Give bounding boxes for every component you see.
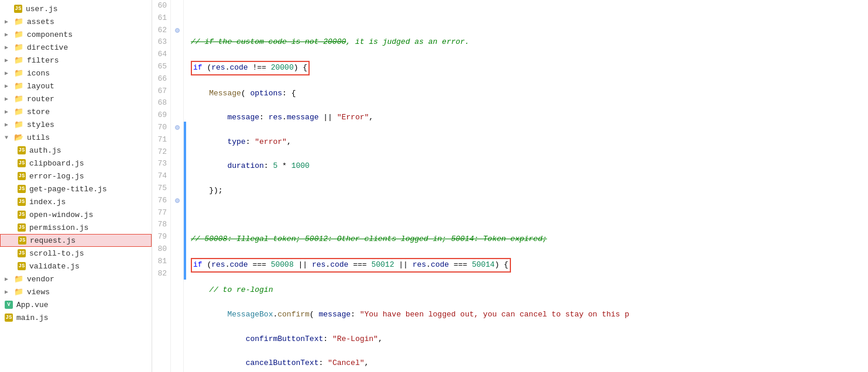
folder-open-icon: 📂	[14, 133, 23, 142]
code-line-63: Message( options: {	[191, 88, 863, 100]
sidebar-item-index-js[interactable]: JS index.js	[0, 195, 152, 208]
js-icon: JS	[18, 236, 26, 244]
code-line-64: message: res.message || "Error",	[191, 112, 863, 124]
sidebar-item-vendor[interactable]: ▶ 📁 vendor	[0, 273, 152, 285]
sidebar-item-label: index.js	[29, 198, 66, 206]
sidebar-item-store[interactable]: ▶ 📁 store	[0, 105, 152, 118]
sidebar-item-label: styles	[27, 120, 54, 129]
vue-icon: V	[5, 301, 13, 309]
js-icon: JS	[18, 223, 26, 232]
sidebar-item-label: router	[27, 95, 54, 104]
sidebar-item-label: open-window.js	[29, 211, 93, 219]
js-icon: JS	[18, 146, 26, 154]
collapse-arrow: ▶	[5, 95, 14, 102]
js-icon: JS	[18, 262, 26, 270]
js-icon: JS	[18, 185, 26, 193]
sidebar-item-scroll-to-js[interactable]: JS scroll-to.js	[0, 247, 152, 260]
code-line-74: cancelButtonText: "Cancel",	[191, 357, 863, 370]
collapse-arrow: ▶	[5, 18, 14, 25]
sidebar-item-user-js[interactable]: JS user.js	[0, 2, 152, 15]
code-line-61: // if the custom code is not 20000, it i…	[191, 36, 863, 49]
code-line-65: type: "error",	[191, 136, 863, 149]
code-content[interactable]: // if the custom code is not 20000, it i…	[186, 0, 868, 372]
sidebar-item-label: icons	[27, 69, 50, 78]
js-icon: JS	[14, 5, 22, 13]
js-icon: JS	[18, 249, 26, 257]
folder-icon: 📁	[14, 81, 23, 91]
gutter	[171, 0, 184, 372]
sidebar-item-label: App.vue	[16, 301, 49, 309]
sidebar-item-label: auth.js	[29, 146, 61, 155]
sidebar-item-utils[interactable]: ▼ 📂 utils	[0, 131, 152, 144]
blue-scroll-bar	[184, 122, 186, 280]
code-area[interactable]: 60 61 62 63 64 65 66 67 68 69 70 71 72 7…	[152, 0, 868, 372]
sidebar-item-label: clipboard.js	[29, 159, 84, 168]
sidebar-item-label: scroll-to.js	[29, 249, 84, 258]
code-line-62: if (res.code !== 20000) {	[191, 61, 863, 75]
sidebar-item-error-log-js[interactable]: JS error-log.js	[0, 170, 152, 182]
sidebar-item-icons[interactable]: ▶ 📁 icons	[0, 67, 152, 80]
code-line-67: });	[191, 185, 863, 197]
code-line-68	[191, 209, 863, 222]
collapse-arrow: ▶	[5, 57, 14, 64]
sidebar-item-router[interactable]: ▶ 📁 router	[0, 92, 152, 105]
sidebar-item-label: request.js	[30, 236, 76, 245]
sidebar-item-label: layout	[27, 82, 54, 91]
collapse-arrow: ▶	[5, 82, 14, 89]
sidebar-item-styles[interactable]: ▶ 📁 styles	[0, 118, 152, 131]
sidebar-item-label: views	[27, 288, 50, 297]
collapse-arrow: ▶	[5, 108, 14, 115]
collapse-arrow: ▶	[5, 31, 14, 38]
sidebar-item-label: permission.js	[29, 223, 88, 232]
folder-icon: 📁	[14, 43, 23, 52]
sidebar-item-filters[interactable]: ▶ 📁 filters	[0, 54, 152, 67]
sidebar-item-label: validate.js	[29, 262, 80, 271]
sidebar-item-label: assets	[27, 18, 54, 26]
folder-icon: 📁	[14, 94, 23, 104]
sidebar-item-get-page-title-js[interactable]: JS get-page-title.js	[0, 182, 152, 195]
collapse-arrow: ▼	[5, 135, 14, 141]
sidebar-item-validate-js[interactable]: JS validate.js	[0, 260, 152, 273]
js-icon: JS	[18, 198, 26, 206]
code-line-70: if (res.code === 50008 || res.code === 5…	[191, 258, 863, 273]
code-line-71: // to re-login	[191, 284, 863, 297]
sidebar-item-auth-js[interactable]: JS auth.js	[0, 144, 152, 157]
sidebar-item-label: vendor	[27, 275, 54, 284]
sidebar-item-label: error-log.js	[29, 172, 84, 181]
sidebar-item-clipboard-js[interactable]: JS clipboard.js	[0, 157, 152, 170]
sidebar-item-directive[interactable]: ▶ 📁 directive	[0, 41, 152, 54]
collapse-arrow: ▶	[5, 44, 14, 51]
sidebar-item-app-vue[interactable]: V App.vue	[0, 298, 152, 311]
sidebar-item-label: main.js	[16, 314, 49, 322]
sidebar-item-layout[interactable]: ▶ 📁 layout	[0, 80, 152, 92]
folder-icon: 📁	[14, 107, 23, 116]
sidebar-item-assets[interactable]: ▶ 📁 assets	[0, 15, 152, 28]
sidebar-item-label: get-page-title.js	[29, 185, 107, 194]
js-icon: JS	[18, 211, 26, 219]
js-icon: JS	[18, 172, 26, 180]
sidebar-item-request-js[interactable]: JS request.js	[0, 234, 152, 247]
sidebar-item-permission-js[interactable]: JS permission.js	[0, 221, 152, 234]
folder-icon: 📁	[14, 17, 23, 26]
folder-icon: 📁	[14, 56, 23, 65]
js-icon: JS	[18, 159, 26, 167]
sidebar-item-open-window-js[interactable]: JS open-window.js	[0, 208, 152, 221]
folder-icon: 📁	[14, 120, 23, 129]
collapse-arrow: ▶	[5, 288, 14, 295]
code-line-60	[191, 12, 863, 25]
sidebar-item-label: directive	[27, 43, 68, 52]
sidebar-item-label: filters	[27, 56, 59, 65]
file-tree[interactable]: JS user.js ▶ 📁 assets ▶ 📁 components ▶ 📁…	[0, 0, 152, 372]
sidebar-item-main-js[interactable]: JS main.js	[0, 311, 152, 324]
sidebar-item-label: utils	[27, 133, 50, 142]
sidebar-item-label: components	[27, 30, 73, 39]
sidebar-item-views[interactable]: ▶ 📁 views	[0, 285, 152, 298]
code-line-69: // 50008: Illegal token; 50012: Other cl…	[191, 233, 863, 246]
sidebar-item-components[interactable]: ▶ 📁 components	[0, 28, 152, 41]
line-numbers: 60 61 62 63 64 65 66 67 68 69 70 71 72 7…	[152, 0, 171, 372]
blue-bar-col	[184, 0, 186, 372]
code-editor: 60 61 62 63 64 65 66 67 68 69 70 71 72 7…	[152, 0, 868, 372]
js-icon: JS	[5, 314, 13, 322]
code-line-73: confirmButtonText: "Re-Login",	[191, 333, 863, 346]
collapse-arrow: ▶	[5, 70, 14, 77]
